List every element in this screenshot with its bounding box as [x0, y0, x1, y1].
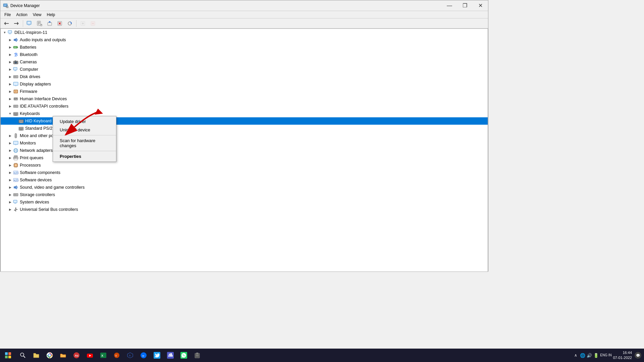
svg-rect-61: [14, 99, 15, 100]
taskbar-chrome[interactable]: [43, 349, 56, 362]
update-driver-toolbar-button[interactable]: [45, 19, 54, 27]
expand-icon-printqueues[interactable]: ▶: [7, 155, 13, 161]
svg-rect-39: [14, 47, 16, 48]
taskbar-clipboard[interactable]: [191, 349, 204, 362]
taskbar-file-explorer[interactable]: [30, 349, 43, 362]
expand-icon-network[interactable]: ▶: [7, 148, 13, 153]
expand-icon-monitors[interactable]: ▶: [7, 140, 13, 146]
tree-item-softwaredevices[interactable]: ▶ </> Software devices: [1, 176, 488, 184]
computer-label: Computer: [20, 67, 38, 72]
tree-item-processors[interactable]: ▶ Processors: [1, 162, 488, 169]
expand-icon-processors[interactable]: ▶: [7, 163, 13, 168]
svg-rect-7: [14, 23, 17, 24]
tray-chevron[interactable]: ∧: [573, 353, 579, 358]
tree-item-audio[interactable]: ▶ Audio inputs and outputs: [1, 36, 488, 44]
show-computer-button[interactable]: [25, 19, 34, 27]
taskbar-search[interactable]: [16, 349, 30, 362]
taskbar-vpn[interactable]: V: [110, 349, 123, 362]
back-button[interactable]: [2, 19, 11, 27]
tree-item-bluetooth[interactable]: ▶ ℬ Bluetooth: [1, 51, 488, 58]
tree-item-softwarecomponents[interactable]: ▶ </> Software components: [1, 169, 488, 176]
minimize-button[interactable]: —: [442, 0, 457, 11]
tree-item-root[interactable]: ▼ DELL-Inspiron-11: [1, 29, 488, 36]
taskbar-acrobat[interactable]: Ac: [70, 349, 83, 362]
svg-rect-145: [5, 352, 8, 355]
expand-icon-softwaredevices[interactable]: ▶: [7, 177, 13, 183]
expand-icon-softwarecomponents[interactable]: ▶: [7, 170, 13, 175]
expand-icon-computer[interactable]: ▶: [7, 67, 13, 72]
tree-item-firmware[interactable]: ▶ Firmware: [1, 88, 488, 95]
expand-icon-systemdevices[interactable]: ▶: [7, 199, 13, 205]
taskbar-youtube[interactable]: [83, 349, 97, 362]
taskbar-bitdefender[interactable]: b: [123, 349, 137, 362]
expand-icon-firmware[interactable]: ▶: [7, 89, 13, 94]
expand-icon-mice[interactable]: ▶: [7, 133, 13, 138]
taskbar-excel[interactable]: X: [97, 349, 110, 362]
expand-icon-display[interactable]: ▶: [7, 81, 13, 87]
toolbar-separator-1: [23, 20, 23, 27]
expand-icon-soundvideo[interactable]: ▶: [7, 185, 13, 190]
tray-lang[interactable]: ENG IN: [600, 353, 611, 357]
context-menu-uninstall[interactable]: Uninstall device: [53, 126, 116, 134]
taskbar-twitter[interactable]: [150, 349, 164, 362]
tree-item-batteries[interactable]: ▶ Batteries: [1, 44, 488, 51]
svg-rect-9: [28, 22, 31, 24]
expand-icon-keyboards[interactable]: ▼: [7, 111, 13, 116]
menu-action[interactable]: Action: [13, 12, 30, 18]
taskbar-folder[interactable]: [56, 349, 70, 362]
menu-file[interactable]: File: [2, 12, 13, 18]
svg-rect-79: [21, 120, 22, 121]
menu-view[interactable]: View: [30, 12, 44, 18]
tray-battery-icon[interactable]: 🔋: [593, 353, 599, 358]
svg-point-131: [16, 194, 18, 195]
storage-icon: [13, 192, 19, 197]
expand-icon-diskdrives[interactable]: ▶: [7, 74, 13, 79]
bluetooth-icon: ℬ: [13, 52, 19, 57]
softwaredevices-icon: </>: [13, 177, 19, 183]
svg-rect-147: [5, 356, 8, 358]
svg-rect-70: [17, 113, 17, 114]
uninstall-button[interactable]: [55, 19, 64, 27]
expand-icon-hid[interactable]: ▶: [7, 96, 13, 102]
tree-item-computer[interactable]: ▶ Computer: [1, 66, 488, 73]
tray-notification[interactable]: 💬: [635, 352, 641, 359]
svg-rect-35: [14, 39, 15, 41]
expand-icon-usb[interactable]: ▶: [7, 207, 13, 212]
context-menu-scan[interactable]: Scan for hardware changes: [53, 136, 116, 150]
tray-time[interactable]: 16:44 07-01-2022: [613, 350, 632, 361]
expand-icon-cameras[interactable]: ▶: [7, 59, 13, 65]
expand-icon-ide[interactable]: ▶: [7, 104, 13, 109]
expand-icon-root[interactable]: ▼: [2, 30, 7, 35]
expand-icon-batteries[interactable]: ▶: [7, 45, 13, 50]
tree-item-soundvideo[interactable]: ▶ Sound, video and game controllers: [1, 184, 488, 191]
taskbar-browser2[interactable]: ie: [137, 349, 150, 362]
close-button[interactable]: ✕: [473, 0, 488, 11]
tree-item-systemdevices[interactable]: ▶ System devices: [1, 198, 488, 206]
tree-item-diskdrives[interactable]: ▶ Disk drives: [1, 73, 488, 80]
tray-network-icon[interactable]: 🌐: [580, 353, 585, 358]
menu-help[interactable]: Help: [44, 12, 58, 18]
restore-button[interactable]: ❐: [457, 0, 473, 11]
expand-icon-storage[interactable]: ▶: [7, 192, 13, 197]
audio-label: Audio inputs and outputs: [20, 38, 66, 42]
expand-icon-audio[interactable]: ▶: [7, 37, 13, 43]
context-menu-properties[interactable]: Properties: [53, 152, 116, 161]
expand-icon-bluetooth[interactable]: ▶: [7, 52, 13, 57]
properties-button[interactable]: [35, 19, 44, 27]
context-menu-update-driver[interactable]: Update driver: [53, 117, 116, 126]
taskbar-teams[interactable]: [164, 349, 177, 362]
tree-item-storage[interactable]: ▶ Storage controllers: [1, 191, 488, 198]
systemdevices-label: System devices: [20, 200, 49, 204]
svg-rect-44: [15, 60, 16, 61]
tree-item-hid[interactable]: ▶ Human Interface Devices: [1, 95, 488, 103]
start-button[interactable]: [0, 349, 16, 362]
forward-button[interactable]: [12, 19, 21, 27]
app-icon: [3, 3, 8, 8]
taskbar-whatsapp[interactable]: [177, 349, 191, 362]
tree-item-usb[interactable]: ▶ Universal Serial Bus controllers: [1, 206, 488, 213]
tray-sound-icon[interactable]: 🔊: [587, 353, 592, 358]
tree-item-display[interactable]: ▶ Display adapters: [1, 80, 488, 88]
tree-item-cameras[interactable]: ▶ Cameras: [1, 58, 488, 66]
scan-hardware-button[interactable]: [65, 19, 74, 27]
tree-item-ide[interactable]: ▶ IDE ATA/ATAPI controllers: [1, 103, 488, 110]
